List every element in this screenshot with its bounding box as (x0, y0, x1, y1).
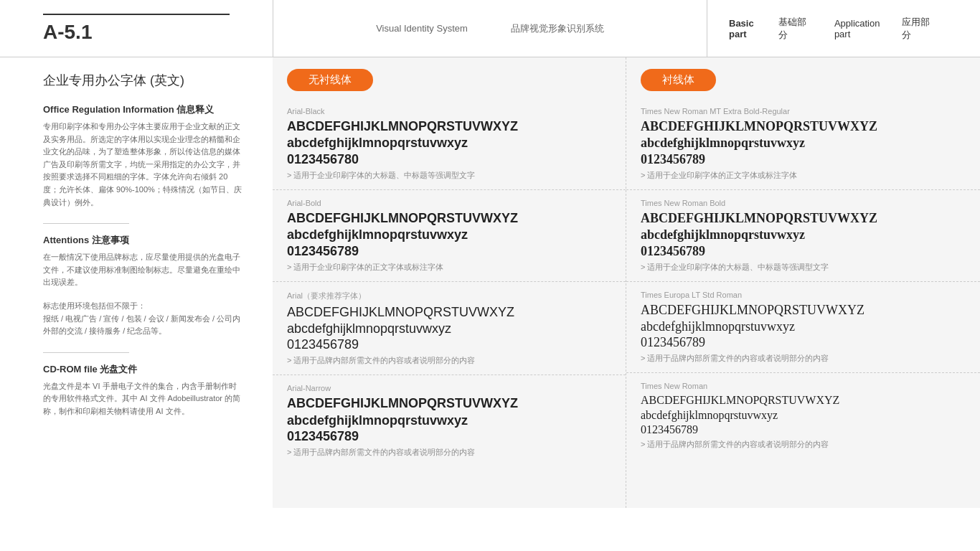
sidebar-att-text3: 报纸 / 电视广告 / 宣传 / 包装 / 会议 / 新闻发布会 / 公司内外部… (43, 313, 244, 338)
font-display-times-europa-lower: abcdefghijklmnopqrstuvwxyz (641, 319, 966, 335)
font-display-arial-narrow-numbers: 0123456789 (287, 429, 611, 444)
font-name-times-regular: Times New Roman (641, 382, 966, 390)
font-desc-arial-narrow: 适用于品牌内部所需文件的内容或者说明部分的内容 (287, 447, 611, 458)
serif-column: 衬线体 Times New Roman MT Extra Bold-Regula… (626, 57, 980, 508)
sidebar-cd-section: CD-ROM file 光盘文件 光盘文件是本 VI 手册电子文件的集合，内含手… (43, 363, 244, 418)
font-display-arial-bold-lower: abcdefghijklmnopqrstuvwxyz (287, 227, 611, 243)
sans-serif-column: 无衬线体 Arial-Black ABCDEFGHIJKLMNOPQRSTUVW… (273, 57, 626, 508)
main-content: 企业专用办公字体 (英文) Office Regulation Informat… (0, 57, 980, 508)
font-entry-times-extra-bold: Times New Roman MT Extra Bold-Regular AB… (626, 98, 980, 190)
font-display-times-bold-lower: abcdefghijklmnopqrstuvwxyz (641, 227, 966, 243)
font-display-times-extra-bold-numbers: 0123456789 (641, 152, 966, 167)
font-entry-arial-black: Arial-Black ABCDEFGHIJKLMNOPQRSTUVWXYZ a… (273, 98, 626, 190)
font-display-times-regular-numbers: 0123456789 (641, 423, 966, 436)
nav-divider (821, 22, 827, 35)
font-display-arial-black-upper: ABCDEFGHIJKLMNOPQRSTUVWXYZ (287, 118, 611, 135)
sidebar-att-text1: 在一般情况下使用品牌标志，应尽量使用提供的光盘电子文件，不建议使用标准制图绘制标… (43, 251, 244, 289)
font-desc-arial-black: 适用于企业印刷字体的大标题、中标题等强调型文字 (287, 170, 611, 181)
font-display-times-bold-numbers: 0123456789 (641, 244, 966, 259)
font-entry-arial-bold: Arial-Bold ABCDEFGHIJKLMNOPQRSTUVWXYZ ab… (273, 190, 626, 282)
font-desc-times-europa: 适用于品牌内部所需文件的内容或者说明部分的内容 (641, 353, 966, 364)
header-left: A-5.1 (43, 14, 273, 44)
font-showcase-area: 无衬线体 Arial-Black ABCDEFGHIJKLMNOPQRSTUVW… (273, 57, 980, 508)
font-display-times-bold-upper: ABCDEFGHIJKLMNOPQRSTUVWXYZ (641, 210, 966, 227)
font-name-times-europa: Times Europa LT Std Roman (641, 291, 966, 299)
font-entry-times-regular: Times New Roman ABCDEFGHIJKLMNOPQRSTUVWX… (626, 373, 980, 458)
font-entry-times-bold: Times New Roman Bold ABCDEFGHIJKLMNOPQRS… (626, 190, 980, 282)
nav-basic-en[interactable]: Basic part (729, 18, 771, 39)
font-display-times-extra-bold-upper: ABCDEFGHIJKLMNOPQRSTUVWXYZ (641, 118, 966, 135)
nav-basic-cn[interactable]: 基础部分 (778, 16, 814, 42)
sidebar-divider-2 (43, 352, 129, 353)
font-name-arial-bold: Arial-Bold (287, 199, 611, 207)
header-title-cn: 品牌视觉形象识别系统 (511, 22, 604, 35)
header: A-5.1 Visual Identity System 品牌视觉形象识别系统 … (0, 0, 980, 57)
header-center: Visual Identity System 品牌视觉形象识别系统 (273, 0, 707, 57)
font-desc-times-bold: 适用于企业印刷字体的大标题、中标题等强调型文字 (641, 262, 966, 273)
font-display-arial-narrow-upper: ABCDEFGHIJKLMNOPQRSTUVWXYZ (287, 395, 611, 412)
font-display-arial-bold-upper: ABCDEFGHIJKLMNOPQRSTUVWXYZ (287, 210, 611, 227)
serif-badge: 衬线体 (641, 69, 716, 91)
font-display-arial-narrow-lower: abcdefghijklmnopqrstuvwxyz (287, 413, 611, 429)
font-name-arial-narrow: Arial-Narrow (287, 384, 611, 392)
font-name-times-extra-bold: Times New Roman MT Extra Bold-Regular (641, 107, 966, 116)
header-center-top: Visual Identity System 品牌视觉形象识别系统 (376, 22, 604, 35)
font-desc-times-regular: 适用于品牌内部所需文件的内容或者说明部分的内容 (641, 439, 966, 450)
font-display-arial-regular-numbers: 0123456789 (287, 337, 611, 352)
font-display-times-extra-bold-lower: abcdefghijklmnopqrstuvwxyz (641, 135, 966, 151)
sidebar-att-section: Attentions 注意事项 在一般情况下使用品牌标志，应尽量使用提供的光盘电… (43, 234, 244, 338)
font-display-times-regular-lower: abcdefghijklmnopqrstuvwxyz (641, 408, 966, 423)
font-display-times-regular-upper: ABCDEFGHIJKLMNOPQRSTUVWXYZ (641, 393, 966, 408)
font-display-arial-black-numbers: 0123456780 (287, 152, 611, 167)
font-name-times-bold: Times New Roman Bold (641, 199, 966, 207)
font-display-arial-black-lower: abcdefghijklmnopqrstuvwxyz (287, 135, 611, 151)
font-desc-arial-bold: 适用于企业印刷字体的正文字体或标注字体 (287, 262, 611, 273)
font-display-times-europa-numbers: 0123456789 (641, 335, 966, 350)
font-display-arial-regular-upper: ABCDEFGHIJKLMNOPQRSTUVWXYZ (287, 304, 611, 321)
sidebar-main-title: 企业专用办公字体 (英文) (43, 72, 244, 89)
font-display-arial-bold-numbers: 0123456789 (287, 244, 611, 259)
sidebar-info-section: Office Regulation Information 信息释义 专用印刷字… (43, 103, 244, 209)
font-entry-times-europa: Times Europa LT Std Roman ABCDEFGHIJKLMN… (626, 282, 980, 374)
sans-badge: 无衬线体 (287, 69, 373, 91)
font-entry-arial-regular: Arial（要求推荐字体） ABCDEFGHIJKLMNOPQRSTUVWXYZ… (273, 282, 626, 376)
font-name-arial-regular: Arial（要求推荐字体） (287, 291, 611, 301)
page-number: A-5.1 (43, 14, 230, 44)
font-desc-times-extra-bold: 适用于企业印刷字体的正文字体或标注字体 (641, 170, 966, 181)
sidebar-section-title-area: 企业专用办公字体 (英文) (43, 72, 244, 89)
sans-header: 无衬线体 (287, 69, 611, 91)
font-desc-arial-regular: 适用于品牌内部所需文件的内容或者说明部分的内容 (287, 355, 611, 366)
font-entry-arial-narrow: Arial-Narrow ABCDEFGHIJKLMNOPQRSTUVWXYZ … (273, 375, 626, 466)
header-title-en: Visual Identity System (376, 23, 468, 34)
serif-header: 衬线体 (641, 69, 966, 91)
nav-app-cn[interactable]: 应用部分 (902, 16, 937, 42)
sidebar-cd-text: 光盘文件是本 VI 手册电子文件的集合，内含手册制作时的专用软件格式文件。其中 … (43, 380, 244, 418)
header-right: Basic part 基础部分 Application part 应用部分 (707, 16, 937, 42)
font-display-times-europa-upper: ABCDEFGHIJKLMNOPQRSTUVWXYZ (641, 302, 966, 319)
font-display-arial-regular-lower: abcdefghijklmnopqrstuvwxyz (287, 321, 611, 337)
sidebar-att-title: Attentions 注意事项 (43, 234, 244, 247)
sidebar-info-text: 专用印刷字体和专用办公字体主要应用于企业文献的正文及实务用品。所选定的字体用以实… (43, 121, 244, 209)
sidebar-info-title: Office Regulation Information 信息释义 (43, 103, 244, 116)
sidebar-att-text2: 标志使用环境包括但不限于： (43, 300, 244, 313)
sidebar-divider-1 (43, 223, 129, 224)
sidebar-cd-title: CD-ROM file 光盘文件 (43, 363, 244, 376)
sidebar: 企业专用办公字体 (英文) Office Regulation Informat… (0, 57, 273, 508)
nav-app-en[interactable]: Application part (834, 18, 895, 39)
font-name-arial-black: Arial-Black (287, 107, 611, 116)
